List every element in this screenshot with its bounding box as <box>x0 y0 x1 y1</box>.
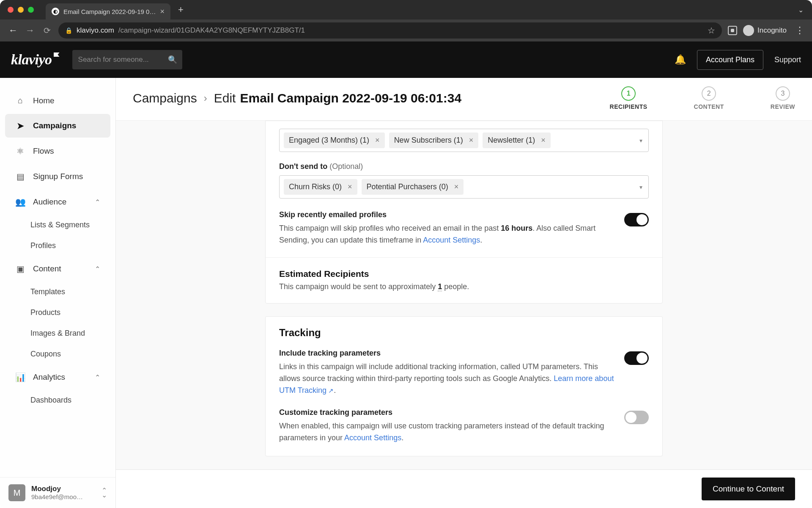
wizard-step-number: 3 <box>776 86 790 101</box>
browser-menu-button[interactable]: ⋮ <box>795 25 804 36</box>
chip-remove-icon[interactable]: × <box>375 136 380 145</box>
reload-button[interactable]: ⟳ <box>41 25 52 36</box>
text-fragment: . <box>401 433 403 442</box>
send-to-field[interactable]: Engaged (3 Months) (1) × New Subscribers… <box>279 129 649 152</box>
sidebar-item-campaigns[interactable]: ➤ Campaigns <box>5 114 110 138</box>
chip-remove-icon[interactable]: × <box>469 136 474 145</box>
notifications-bell-icon[interactable]: 🔔 <box>675 54 686 65</box>
text-fragment: people. <box>442 282 469 291</box>
global-search[interactable]: 🔍 <box>72 50 182 69</box>
sidebar-item-flows[interactable]: ⚛ Flows <box>5 139 110 163</box>
sidebar-item-analytics[interactable]: 📊 Analytics ⌃ <box>5 365 110 389</box>
customize-tracking-toggle[interactable] <box>624 411 649 424</box>
home-icon: ⌂ <box>15 96 25 105</box>
account-plans-button[interactable]: Account Plans <box>697 50 763 70</box>
search-input[interactable] <box>78 55 168 64</box>
account-email: 9ba4e9ef@moo… <box>31 493 83 501</box>
sidebar-item-audience[interactable]: 👥 Audience ⌃ <box>5 190 110 214</box>
sidebar-item-label: Home <box>33 96 55 105</box>
skip-recently-toggle[interactable] <box>624 213 649 226</box>
dropdown-caret-icon[interactable]: ▾ <box>639 184 642 190</box>
new-tab-button[interactable]: + <box>178 4 184 15</box>
send-icon: ➤ <box>15 121 25 131</box>
wizard-step-review[interactable]: 3 REVIEW <box>771 86 795 110</box>
content-scroll[interactable]: Engaged (3 Months) (1) × New Subscribers… <box>116 121 812 508</box>
window-maximize-button[interactable] <box>28 7 34 13</box>
text-fragment: . <box>480 236 482 244</box>
sidebar-item-home[interactable]: ⌂ Home <box>5 89 110 112</box>
chip-potential-purchasers[interactable]: Potential Purchasers (0) × <box>362 179 464 195</box>
support-link[interactable]: Support <box>774 55 801 64</box>
chip-remove-icon[interactable]: × <box>348 182 352 191</box>
wizard-step-label: RECIPIENTS <box>610 103 647 110</box>
chip-remove-icon[interactable]: × <box>541 136 546 145</box>
toggle-knob <box>625 412 636 423</box>
tabs-overflow-chevron-icon[interactable]: ⌄ <box>798 6 804 14</box>
dropdown-caret-icon[interactable]: ▾ <box>639 137 642 144</box>
chip-remove-icon[interactable]: × <box>454 182 459 191</box>
window-minimize-button[interactable] <box>18 7 24 13</box>
chip-new-subscribers[interactable]: New Subscribers (1) × <box>389 133 479 148</box>
incognito-label: Incognito <box>757 26 787 35</box>
sidebar-item-images-brand[interactable]: Images & Brand <box>0 323 115 344</box>
chip-newsletter[interactable]: Newsletter (1) × <box>483 133 551 148</box>
skip-hours-value: 16 hours <box>501 224 532 232</box>
text-fragment: . <box>334 386 336 395</box>
sidebar-item-products[interactable]: Products <box>0 302 115 323</box>
text-fragment: This campaign would be sent to approxima… <box>279 282 438 291</box>
breadcrumb-campaigns[interactable]: Campaigns <box>133 91 197 105</box>
wizard-step-recipients[interactable]: 1 RECIPIENTS <box>610 86 647 110</box>
bookmark-star-icon[interactable]: ☆ <box>708 25 715 36</box>
url-host: klaviyo.com <box>77 26 114 35</box>
search-icon: 🔍 <box>168 55 177 64</box>
sidebar-item-content[interactable]: ▣ Content ⌃ <box>5 257 110 281</box>
include-tracking-heading: Include tracking parameters <box>279 349 614 358</box>
field-optional-text: (Optional) <box>329 162 363 171</box>
customize-tracking-heading: Customize tracking parameters <box>279 408 614 417</box>
flows-icon: ⚛ <box>15 146 25 156</box>
sidebar-item-signup-forms[interactable]: ▤ Signup Forms <box>5 165 110 188</box>
app-topbar: klaviyo 🔍 🔔 Account Plans Support <box>0 41 812 78</box>
estimated-recipients-heading: Estimated Recipients <box>279 269 649 279</box>
sidebar-account-switcher[interactable]: M Moodjoy 9ba4e9ef@moo… ⌃⌄ <box>0 477 115 508</box>
page-header: Campaigns › Edit Email Campaign 2022-09-… <box>116 78 812 121</box>
sidebar-item-lists-segments[interactable]: Lists & Segments <box>0 215 115 235</box>
continue-to-content-button[interactable]: Continue to Content <box>702 478 795 500</box>
klaviyo-logo[interactable]: klaviyo <box>11 52 60 68</box>
main-column: Campaigns › Edit Email Campaign 2022-09-… <box>116 78 812 508</box>
tab-close-button[interactable]: × <box>160 7 165 16</box>
chip-churn-risks[interactable]: Churn Risks (0) × <box>284 179 357 195</box>
traffic-lights <box>8 7 34 13</box>
dont-send-to-field[interactable]: Churn Risks (0) × Potential Purchasers (… <box>279 175 649 199</box>
url-path: /campaign-wizard/01GDAK4A2YG8NQEFMYTYJZB… <box>118 26 305 35</box>
recipients-card: Engaged (3 Months) (1) × New Subscribers… <box>265 121 663 304</box>
sidebar-item-templates[interactable]: Templates <box>0 282 115 302</box>
sidebar-item-label: Campaigns <box>33 121 76 130</box>
include-tracking-body: Links in this campaign will include addi… <box>279 361 614 397</box>
chip-engaged-3-months[interactable]: Engaged (3 Months) (1) × <box>284 133 385 148</box>
extensions-icon[interactable] <box>728 26 737 35</box>
sidebar-item-profiles[interactable]: Profiles <box>0 235 115 256</box>
browser-tab[interactable]: ◐ Email Campaign 2022-09-19 0… × <box>46 3 170 19</box>
account-settings-link[interactable]: Account Settings <box>423 236 480 244</box>
sidebar-item-dashboards[interactable]: Dashboards <box>0 390 115 411</box>
form-icon: ▤ <box>15 171 25 182</box>
estimated-recipients-text: This campaign would be sent to approxima… <box>279 282 649 291</box>
chevron-up-icon: ⌃ <box>95 198 100 206</box>
tracking-title: Tracking <box>279 317 649 342</box>
incognito-indicator[interactable]: Incognito <box>743 25 787 36</box>
forward-button[interactable]: → <box>25 25 36 36</box>
include-tracking-toggle[interactable] <box>624 351 649 365</box>
divider <box>266 257 662 258</box>
klaviyo-logo-text: klaviyo <box>11 52 52 67</box>
account-settings-link[interactable]: Account Settings <box>344 433 401 442</box>
wizard-step-content[interactable]: 2 CONTENT <box>694 86 724 110</box>
wizard-step-number: 1 <box>621 86 636 101</box>
avatar: M <box>8 484 25 501</box>
chevron-up-icon: ⌃ <box>95 373 100 381</box>
window-close-button[interactable] <box>8 7 14 13</box>
wizard-step-number: 2 <box>702 86 716 101</box>
back-button[interactable]: ← <box>8 25 19 36</box>
address-bar[interactable]: 🔒 klaviyo.com/campaign-wizard/01GDAK4A2Y… <box>58 22 722 39</box>
sidebar-item-coupons[interactable]: Coupons <box>0 344 115 364</box>
